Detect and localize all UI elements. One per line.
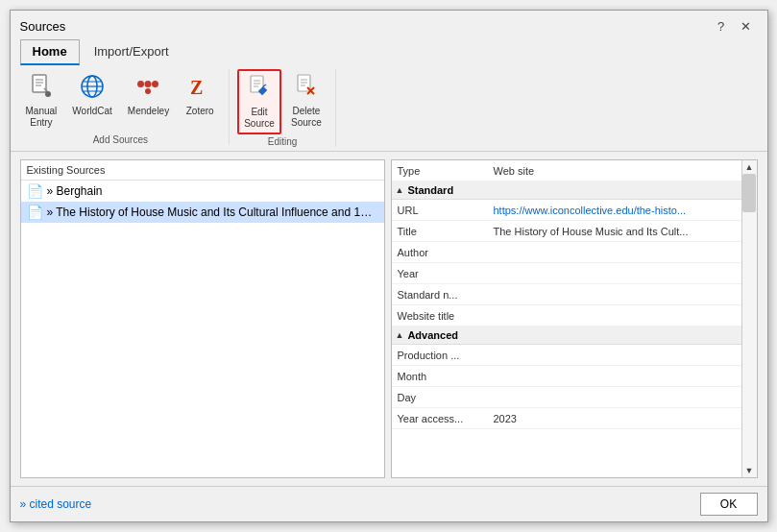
advanced-section-label: Advanced (407, 329, 458, 341)
mendeley-label: Mendeley (128, 106, 169, 117)
standard-n-row: Standard n... (392, 284, 741, 305)
editing-label: Editing (268, 136, 298, 147)
year-access-label: Year access... (392, 411, 488, 426)
delete-source-icon (293, 73, 320, 104)
tab-home[interactable]: Home (20, 39, 80, 65)
month-row: Month (392, 366, 741, 387)
advanced-section-header[interactable]: ▲ Advanced (392, 326, 741, 345)
existing-sources-header: Existing Sources (21, 160, 384, 181)
month-value (488, 375, 741, 378)
svg-rect-10 (137, 81, 144, 87)
properties-table: Type Web site ▲ Standard URL https://www… (392, 160, 741, 477)
scroll-up-button[interactable]: ▲ (742, 160, 756, 174)
website-title-label: Website title (392, 308, 488, 324)
zotero-icon: Z (186, 73, 213, 104)
mendeley-button[interactable]: Mendeley (122, 69, 175, 133)
properties-panel: Type Web site ▲ Standard URL https://www… (391, 159, 758, 478)
source-item-text: » The History of House Music and Its Cul… (47, 206, 378, 219)
edit-source-label: EditSource (244, 107, 275, 130)
standard-section-header[interactable]: ▲ Standard (392, 181, 741, 200)
manual-entry-button[interactable]: ManualEntry (20, 69, 63, 133)
help-button[interactable]: ? (710, 16, 733, 36)
source-item[interactable]: 📄 » Berghain (21, 181, 384, 202)
source-item-icon: 📄 (27, 183, 43, 199)
source-list: 📄 » Berghain 📄 » The History of House Mu… (21, 181, 384, 477)
production-value (488, 353, 741, 357)
cited-source-link[interactable]: » cited source (20, 497, 92, 511)
source-item-icon: 📄 (27, 205, 43, 220)
svg-rect-11 (145, 81, 152, 87)
delete-source-label: DeleteSource (291, 106, 322, 129)
zotero-button[interactable]: Z Zotero (179, 69, 221, 133)
add-sources-label: Add Sources (93, 134, 148, 145)
standard-n-label: Standard n... (392, 287, 488, 302)
standard-n-value (488, 293, 741, 297)
toolbar-group-editing: EditSource (230, 69, 336, 147)
worldcat-button[interactable]: WorldCat (66, 69, 118, 133)
toolbar-group-add-sources: ManualEntry Wo (20, 69, 231, 145)
svg-rect-12 (152, 81, 158, 87)
website-title-value (488, 314, 741, 318)
edit-source-button[interactable]: EditSource (237, 69, 281, 134)
toolbar-buttons-editing: EditSource (237, 69, 328, 134)
dialog-title: Sources (20, 19, 66, 34)
toolbar-buttons-add: ManualEntry Wo (20, 69, 222, 133)
close-button[interactable]: ✕ (735, 16, 758, 36)
website-title-row: Website title (392, 305, 741, 326)
author-value (488, 251, 741, 254)
source-item-text: » Berghain (47, 184, 103, 198)
day-label: Day (392, 390, 488, 405)
manual-entry-icon (28, 73, 55, 104)
title-label: Title (392, 224, 488, 239)
svg-point-13 (145, 88, 151, 94)
svg-text:Z: Z (190, 77, 203, 98)
source-item[interactable]: 📄 » The History of House Music and Its C… (21, 202, 384, 223)
manual-entry-label: ManualEntry (26, 106, 58, 129)
author-row: Author (392, 242, 741, 263)
year-value (488, 272, 741, 276)
delete-source-button[interactable]: DeleteSource (285, 69, 328, 134)
svg-rect-0 (33, 75, 46, 92)
collapse-triangle-advanced: ▲ (396, 330, 404, 340)
year-row: Year (392, 263, 741, 284)
svg-point-4 (45, 91, 51, 97)
scroll-down-button[interactable]: ▼ (742, 464, 756, 477)
existing-sources-panel: Existing Sources 📄 » Berghain 📄 » The Hi… (20, 159, 385, 478)
zotero-label: Zotero (186, 106, 214, 117)
year-access-row: Year access... 2023 (392, 408, 741, 429)
type-row: Type Web site (392, 160, 741, 181)
tab-bar: Home Import/Export (11, 36, 767, 65)
author-label: Author (392, 245, 488, 260)
title-buttons: ? ✕ (710, 16, 758, 36)
day-value (488, 396, 741, 399)
tab-import-export[interactable]: Import/Export (82, 39, 182, 65)
title-row: Title The History of House Music and Its… (392, 221, 741, 242)
production-label: Production ... (392, 348, 488, 363)
toolbar-row: ManualEntry Wo (20, 69, 758, 147)
sources-dialog: Sources ? ✕ Home Import/Export (10, 10, 768, 522)
main-content: Existing Sources 📄 » Berghain 📄 » The Hi… (11, 152, 767, 486)
worldcat-icon (79, 73, 106, 104)
ok-button[interactable]: OK (700, 493, 758, 516)
worldcat-label: WorldCat (72, 106, 112, 117)
scrollbar[interactable]: ▲ ▼ (741, 160, 757, 477)
production-row: Production ... (392, 345, 741, 366)
type-label: Type (392, 163, 488, 179)
right-panel-inner: Type Web site ▲ Standard URL https://www… (392, 160, 757, 477)
year-access-value: 2023 (488, 411, 741, 426)
scroll-track (742, 174, 757, 464)
title-value: The History of House Music and Its Cult.… (488, 224, 741, 239)
mendeley-icon (134, 73, 161, 104)
footer: » cited source OK (11, 486, 767, 521)
scroll-thumb[interactable] (742, 174, 756, 212)
url-row: URL https://www.iconcollective.edu/the-h… (392, 200, 741, 221)
collapse-triangle: ▲ (396, 185, 404, 195)
type-value: Web site (488, 163, 741, 179)
title-bar: Sources ? ✕ (11, 11, 767, 36)
edit-source-icon (246, 74, 273, 105)
day-row: Day (392, 387, 741, 408)
year-label: Year (392, 266, 488, 281)
toolbar: ManualEntry Wo (11, 65, 767, 152)
standard-section-label: Standard (407, 184, 453, 196)
month-label: Month (392, 369, 488, 384)
